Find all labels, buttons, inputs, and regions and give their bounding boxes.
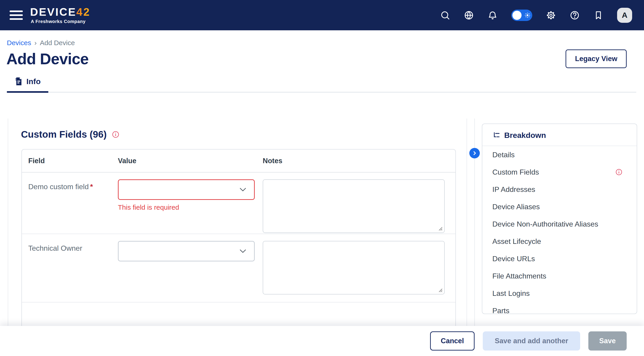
chevron-right-icon [472,150,478,156]
breakdown-item-label: Device Non-Authoritative Aliases [492,220,598,228]
chevron-down-icon [240,188,246,192]
error-info-icon [615,168,622,176]
breakdown-item[interactable]: Device URLs [482,250,637,267]
breakdown-item-label: IP Addresses [492,185,535,194]
page-title: Add Device [6,50,88,68]
breadcrumb: Devices › Add Device [0,30,644,47]
tab-info[interactable]: Info [7,77,48,92]
breakdown-panel: Breakdown Details Custom Fields IP Addre… [482,123,637,314]
gear-icon[interactable] [546,10,556,20]
tab-info-label: Info [26,77,40,86]
table-header-row: Field Value Notes [22,149,456,173]
breakdown-item-label: Device URLs [492,255,535,263]
footer-action-bar: Cancel Save and add another Save [0,326,644,356]
breakdown-item-label: File Attachments [492,272,546,280]
required-asterisk: * [90,183,93,191]
custom-fields-heading: Custom Fields (96) [21,129,107,140]
tab-bar: Info [7,77,636,92]
breakdown-title: Breakdown [504,131,546,140]
breadcrumb-devices-link[interactable]: Devices [7,39,31,47]
field-label: Technical Owner [28,241,118,253]
save-and-add-another-button[interactable]: Save and add another [483,331,580,351]
table-row: Technical Owner [22,234,456,303]
breakdown-item-label: Custom Fields [492,168,539,176]
legacy-view-button[interactable]: Legacy View [566,49,627,68]
breadcrumb-current: Add Device [40,39,75,47]
breakdown-item-label: Asset Lifecycle [492,237,541,246]
field-error-message: This field is required [118,204,263,211]
hamburger-menu-icon[interactable] [10,10,23,20]
column-header-field: Field [28,157,118,165]
value-dropdown[interactable] [118,241,255,261]
resize-handle-icon[interactable] [437,225,443,231]
document-icon [14,77,23,86]
breakdown-item[interactable]: Asset Lifecycle [482,233,637,250]
bookmark-icon[interactable] [593,10,604,20]
error-info-icon[interactable] [112,131,120,138]
custom-fields-section: Custom Fields (96) Field Value Notes Dem… [8,118,467,326]
top-navbar: DEVICE42 A Freshworks Company A [0,0,644,30]
save-button[interactable]: Save [588,331,627,351]
breakdown-item[interactable]: Parts [482,302,637,314]
column-header-value: Value [118,157,263,165]
field-label: Demo custom field* [28,179,118,191]
globe-icon[interactable] [464,10,474,20]
breakdown-item[interactable]: Custom Fields [482,163,637,181]
breakdown-item[interactable]: Device Non-Authoritative Aliases [482,215,637,233]
breakdown-item-label: Last Logins [492,289,530,298]
toggle-knob [512,11,522,20]
breadcrumb-separator: › [34,39,37,47]
breakdown-list: Details Custom Fields IP Addresses Devic… [482,146,637,314]
chevron-down-icon [240,249,246,253]
bell-icon[interactable] [488,10,498,20]
custom-fields-table: Field Value Notes Demo custom field* Thi… [22,149,456,326]
brand-number: 42 [76,6,90,18]
sun-icon [524,12,531,19]
resize-handle-icon[interactable] [437,287,443,293]
table-row: Demo custom field* This field is require… [22,173,456,234]
table-row [22,303,456,326]
notes-textarea[interactable] [263,241,445,295]
breakdown-item[interactable]: Details [482,146,637,163]
topbar-actions: A [440,8,632,23]
column-header-notes: Notes [263,157,449,165]
breakdown-item-label: Parts [492,307,510,314]
breakdown-header: Breakdown [482,124,637,146]
breakdown-item[interactable]: Last Logins [482,285,637,302]
content-area: Custom Fields (96) Field Value Notes Dem… [0,118,644,326]
tree-list-icon [492,131,500,139]
breakdown-item[interactable]: IP Addresses [482,181,637,198]
user-avatar[interactable]: A [617,8,632,23]
notes-textarea[interactable] [263,179,445,233]
cancel-button[interactable]: Cancel [430,331,475,351]
sidebar-collapse-button[interactable] [469,148,480,158]
search-icon[interactable] [440,10,450,20]
breakdown-item-label: Device Aliases [492,203,540,211]
breakdown-item[interactable]: File Attachments [482,267,637,285]
theme-toggle[interactable] [511,9,532,21]
value-dropdown[interactable] [118,179,255,200]
brand-tagline: A Freshworks Company [30,19,90,24]
brand-name: DEVICE [30,6,76,18]
breakdown-item-label: Details [492,151,515,159]
help-icon[interactable] [570,10,580,20]
brand-logo: DEVICE42 A Freshworks Company [30,6,90,24]
breakdown-item[interactable]: Device Aliases [482,198,637,215]
